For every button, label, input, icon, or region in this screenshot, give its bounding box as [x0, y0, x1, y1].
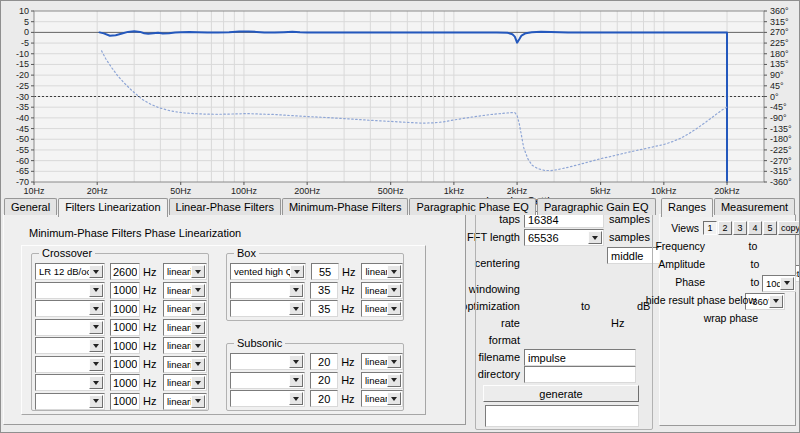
- chevron-down-icon[interactable]: [191, 376, 205, 389]
- svg-text:0°: 0°: [770, 92, 779, 102]
- crossover-freq-input[interactable]: [110, 263, 140, 280]
- box-freq-input[interactable]: [311, 263, 339, 280]
- view-button-3[interactable]: 3: [733, 221, 747, 235]
- crossover-type-select[interactable]: [35, 300, 105, 317]
- crossover-mode-select[interactable]: linearize: [163, 393, 207, 410]
- chevron-down-glyph: [293, 307, 299, 311]
- svg-text:-70: -70: [16, 177, 29, 187]
- chevron-down-icon[interactable]: [289, 284, 303, 297]
- crossover-freq-input[interactable]: [110, 300, 140, 317]
- subsonic-mode-select[interactable]: linearize: [361, 372, 403, 389]
- view-button-1[interactable]: 1: [703, 221, 717, 235]
- svg-text:-50: -50: [16, 134, 29, 144]
- tab-filters-linearization[interactable]: Filters Linearization: [58, 198, 167, 217]
- crossover-freq-input[interactable]: [110, 393, 140, 410]
- chevron-down-icon[interactable]: [89, 358, 103, 371]
- box-type-select[interactable]: vented high Q: [230, 263, 306, 280]
- tab-paragraphic-phase-eq[interactable]: Paragraphic Phase EQ: [409, 198, 536, 215]
- chevron-down-icon[interactable]: [780, 277, 794, 290]
- box-freq-input[interactable]: [310, 282, 338, 299]
- chevron-down-icon[interactable]: [387, 302, 401, 315]
- view-button-copy[interactable]: copy: [778, 221, 800, 235]
- page-title: Minimum-Phase Filters Phase Linearizatio…: [29, 227, 241, 239]
- subsonic-type-select[interactable]: [230, 372, 305, 389]
- crossover-mode-select[interactable]: linearize: [163, 282, 207, 299]
- chevron-down-icon[interactable]: [387, 355, 401, 368]
- box-type-select[interactable]: [230, 300, 305, 317]
- subsonic-mode-select[interactable]: linearize: [361, 390, 403, 407]
- chevron-down-icon[interactable]: [387, 284, 401, 297]
- crossover-row: LR 12 dB/octHzlinearize: [35, 263, 208, 280]
- view-button-4[interactable]: 4: [748, 221, 762, 235]
- chevron-down-icon[interactable]: [89, 321, 103, 334]
- box-mode-select[interactable]: linearize: [361, 282, 403, 299]
- chevron-down-icon[interactable]: [89, 284, 103, 297]
- chevron-down-icon[interactable]: [89, 395, 103, 408]
- chevron-down-icon[interactable]: [191, 321, 205, 334]
- tab-linear-phase-filters[interactable]: Linear-Phase Filters: [169, 198, 281, 215]
- crossover-type-select[interactable]: LR 12 dB/oct: [35, 263, 105, 280]
- tab-ranges[interactable]: Ranges: [661, 198, 713, 217]
- chevron-down-icon[interactable]: [89, 265, 103, 278]
- crossover-freq-input[interactable]: [110, 282, 140, 299]
- crossover-freq-input[interactable]: [110, 374, 140, 391]
- subsonic-freq-input[interactable]: [310, 390, 338, 407]
- subsonic-mode-select[interactable]: linearize: [361, 353, 403, 370]
- hide-result-phase-label: hide result phase below: [641, 292, 756, 309]
- chevron-down-icon[interactable]: [191, 339, 205, 352]
- crossover-type-select[interactable]: [35, 374, 105, 391]
- crossover-type-select[interactable]: [35, 319, 105, 336]
- chevron-down-icon[interactable]: [289, 374, 303, 387]
- hz-label: Hz: [341, 356, 355, 368]
- chevron-down-glyph: [195, 344, 201, 348]
- view-button-2[interactable]: 2: [718, 221, 732, 235]
- chevron-down-icon[interactable]: [290, 265, 304, 278]
- box-freq-input[interactable]: [310, 300, 338, 317]
- tab-paragraphic-gain-eq[interactable]: Paragraphic Gain EQ: [537, 198, 656, 215]
- view-button-5[interactable]: 5: [763, 221, 777, 235]
- tab-measurement[interactable]: Measurement: [714, 198, 795, 215]
- crossover-mode-select[interactable]: linearize: [163, 300, 207, 317]
- phase-to-label: to: [749, 274, 761, 291]
- chevron-down-icon[interactable]: [387, 265, 401, 278]
- crossover-freq-input[interactable]: [110, 319, 140, 336]
- crossover-type-select[interactable]: [35, 337, 105, 354]
- amplitude-to-select[interactable]: 10dB: [762, 275, 796, 292]
- chevron-down-icon[interactable]: [289, 302, 303, 315]
- crossover-freq-input[interactable]: [110, 337, 140, 354]
- chevron-down-icon[interactable]: [191, 395, 205, 408]
- subsonic-freq-input[interactable]: [310, 372, 338, 389]
- chevron-down-icon[interactable]: [191, 265, 205, 278]
- chevron-down-icon[interactable]: [191, 284, 205, 297]
- chevron-down-icon[interactable]: [191, 358, 205, 371]
- crossover-freq-input[interactable]: [110, 356, 140, 373]
- hz-label: Hz: [143, 321, 157, 333]
- crossover-mode-select[interactable]: linearize: [163, 319, 207, 336]
- crossover-mode-select[interactable]: linearize: [163, 263, 207, 280]
- crossover-type-select[interactable]: [35, 393, 105, 410]
- chevron-down-icon[interactable]: [769, 295, 783, 308]
- box-mode-select[interactable]: linearize: [361, 263, 403, 280]
- tab-minimum-phase-filters[interactable]: Minimum-Phase Filters: [282, 198, 408, 215]
- chevron-down-icon[interactable]: [89, 376, 103, 389]
- subsonic-type-select[interactable]: [230, 353, 305, 370]
- crossover-mode-select[interactable]: linearize: [163, 337, 207, 354]
- subsonic-type-select[interactable]: [230, 390, 305, 407]
- crossover-mode-select[interactable]: linearize: [163, 356, 207, 373]
- chevron-down-icon[interactable]: [387, 392, 401, 405]
- chevron-down-icon[interactable]: [89, 339, 103, 352]
- box-mode-select[interactable]: linearize: [361, 300, 403, 317]
- box-type-select[interactable]: [230, 282, 305, 299]
- subsonic-freq-input[interactable]: [310, 353, 338, 370]
- crossover-type-select[interactable]: [35, 282, 105, 299]
- svg-text:-360°: -360°: [770, 177, 792, 187]
- crossover-mode-select[interactable]: linearize: [163, 374, 207, 391]
- chevron-down-icon[interactable]: [89, 302, 103, 315]
- chevron-down-icon[interactable]: [191, 302, 205, 315]
- crossover-group: Crossover LR 12 dB/octHzlinearizeHzlinea…: [31, 253, 209, 411]
- tab-general[interactable]: General: [4, 198, 57, 215]
- chevron-down-icon[interactable]: [387, 374, 401, 387]
- chevron-down-icon[interactable]: [289, 392, 303, 405]
- chevron-down-icon[interactable]: [289, 355, 303, 368]
- crossover-type-select[interactable]: [35, 356, 105, 373]
